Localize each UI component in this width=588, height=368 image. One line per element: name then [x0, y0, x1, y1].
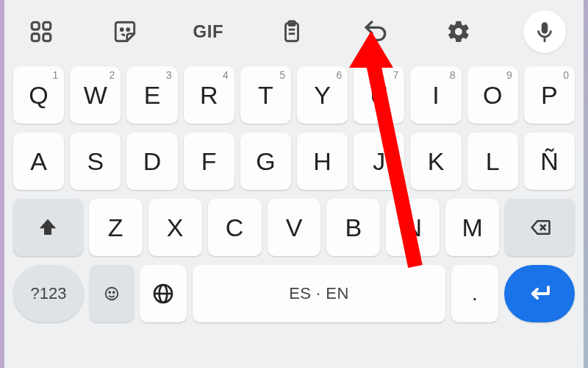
- symbols-key[interactable]: ?123: [13, 265, 84, 322]
- undo-icon[interactable]: [356, 13, 395, 51]
- key-b[interactable]: B: [326, 199, 380, 256]
- key-q[interactable]: 1Q: [13, 66, 64, 124]
- key-row-3: Z X C V B N M: [13, 199, 575, 256]
- keyboard-toolbar: GIF: [4, 0, 584, 66]
- key-m[interactable]: M: [445, 199, 499, 256]
- key-t[interactable]: 5T: [240, 66, 291, 124]
- key-w[interactable]: 2W: [70, 66, 121, 124]
- key-o[interactable]: 9O: [467, 66, 518, 124]
- space-key[interactable]: ES · EN: [193, 265, 445, 322]
- key-z[interactable]: Z: [89, 199, 143, 256]
- key-u[interactable]: 7U: [354, 66, 404, 124]
- backspace-icon: [529, 216, 551, 238]
- shift-key[interactable]: [13, 199, 83, 256]
- key-v[interactable]: V: [268, 199, 321, 256]
- key-c[interactable]: C: [208, 199, 262, 256]
- key-n[interactable]: N: [386, 199, 440, 256]
- enter-icon: [526, 280, 553, 307]
- key-a[interactable]: A: [13, 132, 64, 190]
- emoji-key[interactable]: [90, 265, 134, 322]
- smiley-icon: [104, 286, 120, 302]
- svg-point-13: [106, 288, 118, 300]
- svg-point-5: [126, 29, 129, 31]
- key-d[interactable]: D: [126, 132, 177, 190]
- clipboard-icon[interactable]: [273, 13, 311, 51]
- sticker-icon[interactable]: [106, 13, 144, 51]
- svg-rect-2: [32, 34, 39, 41]
- key-f[interactable]: F: [184, 132, 234, 190]
- key-e[interactable]: 3E: [126, 66, 177, 124]
- key-s[interactable]: S: [70, 132, 121, 190]
- key-p[interactable]: 0P: [524, 66, 575, 124]
- enter-key[interactable]: [504, 265, 575, 322]
- key-r[interactable]: 4R: [184, 66, 234, 124]
- svg-rect-10: [544, 38, 546, 43]
- key-h[interactable]: H: [297, 132, 348, 190]
- key-k[interactable]: K: [410, 132, 461, 190]
- key-x[interactable]: X: [148, 199, 202, 256]
- svg-point-4: [121, 29, 123, 31]
- keyboard-panel: GIF 1Q 2W 3E 4R 5T 6Y 7U 8I 9O 0P A: [4, 0, 584, 368]
- svg-rect-3: [43, 34, 51, 41]
- key-i[interactable]: 8I: [410, 66, 461, 124]
- key-y[interactable]: 6Y: [297, 66, 348, 124]
- gif-label: GIF: [193, 21, 224, 42]
- settings-gear-icon[interactable]: [440, 13, 478, 51]
- key-row-1: 1Q 2W 3E 4R 5T 6Y 7U 8I 9O 0P: [13, 66, 575, 124]
- key-rows: 1Q 2W 3E 4R 5T 6Y 7U 8I 9O 0P A S D F G …: [4, 66, 584, 256]
- svg-point-15: [113, 291, 115, 293]
- shift-icon: [37, 216, 59, 238]
- gif-button[interactable]: GIF: [189, 13, 227, 51]
- key-l[interactable]: L: [467, 132, 518, 190]
- period-key[interactable]: .: [451, 265, 498, 322]
- svg-rect-1: [43, 22, 51, 29]
- backspace-key[interactable]: [505, 199, 575, 256]
- microphone-icon[interactable]: [523, 10, 566, 53]
- key-g[interactable]: G: [240, 132, 291, 190]
- apps-grid-icon[interactable]: [22, 13, 60, 51]
- language-key[interactable]: [140, 265, 187, 322]
- bottom-row: ?123 ES · EN .: [4, 265, 584, 322]
- key-j[interactable]: J: [354, 132, 404, 190]
- key-enye[interactable]: Ñ: [524, 132, 575, 190]
- globe-icon: [151, 282, 175, 305]
- key-row-2: A S D F G H J K L Ñ: [13, 132, 575, 190]
- svg-rect-0: [32, 22, 39, 29]
- svg-point-14: [109, 291, 110, 293]
